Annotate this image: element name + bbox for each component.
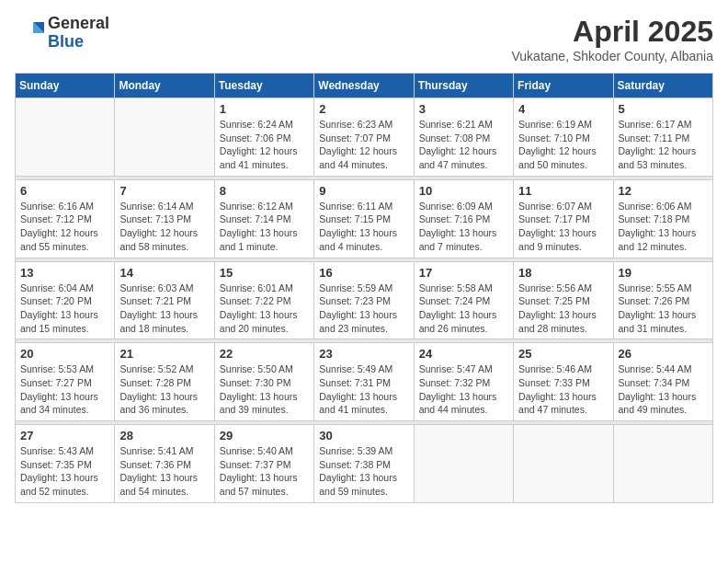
table-row: 15Sunrise: 6:01 AMSunset: 7:22 PMDayligh… <box>214 261 313 339</box>
day-number: 17 <box>419 266 508 280</box>
day-number: 7 <box>119 184 209 198</box>
table-row: 13Sunrise: 6:04 AMSunset: 7:20 PMDayligh… <box>16 261 115 339</box>
sunrise-text: Sunrise: 5:39 AM <box>319 445 392 456</box>
sunrise-text: Sunrise: 5:53 AM <box>20 363 94 374</box>
sunrise-text: Sunrise: 6:16 AM <box>20 201 94 212</box>
day-info: Sunrise: 5:55 AMSunset: 7:26 PMDaylight:… <box>619 282 708 336</box>
daylight-text: Daylight: 13 hours and 1 minute. <box>220 227 298 252</box>
day-number: 22 <box>220 347 309 361</box>
table-row: 19Sunrise: 5:55 AMSunset: 7:26 PMDayligh… <box>613 261 712 339</box>
day-info: Sunrise: 5:43 AMSunset: 7:35 PMDaylight:… <box>20 444 109 499</box>
day-info: Sunrise: 5:52 AMSunset: 7:28 PMDaylight:… <box>119 362 209 417</box>
header-monday: Monday <box>115 74 214 98</box>
sunrise-text: Sunrise: 6:01 AM <box>220 282 293 293</box>
page-header: General Blue April 2025 Vukatane, Shkode… <box>15 15 713 63</box>
table-row: 25Sunrise: 5:46 AMSunset: 7:33 PMDayligh… <box>514 343 613 421</box>
daylight-text: Daylight: 13 hours and 26 minutes. <box>419 309 497 334</box>
day-info: Sunrise: 5:41 AMSunset: 7:36 PMDaylight:… <box>119 444 209 499</box>
day-number: 2 <box>319 102 408 116</box>
sunrise-text: Sunrise: 6:19 AM <box>518 119 592 130</box>
day-info: Sunrise: 6:11 AMSunset: 7:15 PMDaylight:… <box>319 200 408 254</box>
table-row: 30Sunrise: 5:39 AMSunset: 7:38 PMDayligh… <box>314 425 414 503</box>
sunset-text: Sunset: 7:38 PM <box>319 459 391 470</box>
daylight-text: Daylight: 12 hours and 58 minutes. <box>119 227 198 252</box>
table-row: 21Sunrise: 5:52 AMSunset: 7:28 PMDayligh… <box>115 343 214 421</box>
sunset-text: Sunset: 7:23 PM <box>319 295 391 306</box>
sunset-text: Sunset: 7:15 PM <box>319 213 391 224</box>
sunset-text: Sunset: 7:32 PM <box>419 377 491 388</box>
sunrise-text: Sunrise: 5:43 AM <box>20 445 94 456</box>
header-saturday: Saturday <box>613 74 712 98</box>
header-tuesday: Tuesday <box>214 74 313 98</box>
table-row: 11Sunrise: 6:07 AMSunset: 7:17 PMDayligh… <box>514 179 613 258</box>
day-info: Sunrise: 6:19 AMSunset: 7:10 PMDaylight:… <box>518 118 608 172</box>
table-row: 12Sunrise: 6:06 AMSunset: 7:18 PMDayligh… <box>613 179 712 258</box>
sunrise-text: Sunrise: 5:56 AM <box>518 282 592 293</box>
day-number: 27 <box>20 429 109 442</box>
sunset-text: Sunset: 7:10 PM <box>518 132 590 144</box>
logo: General Blue <box>15 15 109 52</box>
calendar-week-5: 27Sunrise: 5:43 AMSunset: 7:35 PMDayligh… <box>16 425 713 503</box>
sunset-text: Sunset: 7:35 PM <box>20 459 92 470</box>
logo-text: General Blue <box>48 15 109 52</box>
sunset-text: Sunset: 7:37 PM <box>220 459 291 470</box>
table-row: 20Sunrise: 5:53 AMSunset: 7:27 PMDayligh… <box>16 343 115 421</box>
day-number: 18 <box>518 266 608 280</box>
day-info: Sunrise: 6:06 AMSunset: 7:18 PMDaylight:… <box>619 200 708 254</box>
header-sunday: Sunday <box>16 74 115 98</box>
sunrise-text: Sunrise: 6:21 AM <box>419 119 493 130</box>
sunset-text: Sunset: 7:17 PM <box>518 213 590 224</box>
sunset-text: Sunset: 7:34 PM <box>619 377 690 388</box>
sunset-text: Sunset: 7:22 PM <box>220 295 291 306</box>
day-info: Sunrise: 5:47 AMSunset: 7:32 PMDaylight:… <box>419 362 508 417</box>
day-info: Sunrise: 6:12 AMSunset: 7:14 PMDaylight:… <box>220 200 309 254</box>
table-row: 8Sunrise: 6:12 AMSunset: 7:14 PMDaylight… <box>214 179 313 258</box>
table-row: 17Sunrise: 5:58 AMSunset: 7:24 PMDayligh… <box>414 261 513 339</box>
sunrise-text: Sunrise: 5:50 AM <box>220 363 293 374</box>
day-info: Sunrise: 5:44 AMSunset: 7:34 PMDaylight:… <box>619 362 708 417</box>
table-row: 23Sunrise: 5:49 AMSunset: 7:31 PMDayligh… <box>314 343 414 421</box>
day-number: 16 <box>319 266 408 280</box>
daylight-text: Daylight: 12 hours and 53 minutes. <box>619 145 697 170</box>
sunset-text: Sunset: 7:08 PM <box>419 132 491 144</box>
table-row: 28Sunrise: 5:41 AMSunset: 7:36 PMDayligh… <box>115 425 214 503</box>
daylight-text: Daylight: 12 hours and 55 minutes. <box>20 227 98 252</box>
day-info: Sunrise: 5:46 AMSunset: 7:33 PMDaylight:… <box>518 362 608 417</box>
sunrise-text: Sunrise: 5:58 AM <box>419 282 493 293</box>
daylight-text: Daylight: 13 hours and 4 minutes. <box>319 227 397 252</box>
sunrise-text: Sunrise: 6:23 AM <box>319 119 392 130</box>
daylight-text: Daylight: 13 hours and 44 minutes. <box>419 391 497 416</box>
day-info: Sunrise: 6:03 AMSunset: 7:21 PMDaylight:… <box>119 282 209 336</box>
sunrise-text: Sunrise: 5:55 AM <box>619 282 692 293</box>
sunset-text: Sunset: 7:18 PM <box>619 213 690 224</box>
sunset-text: Sunset: 7:14 PM <box>220 213 291 224</box>
table-row: 6Sunrise: 6:16 AMSunset: 7:12 PMDaylight… <box>16 179 115 258</box>
daylight-text: Daylight: 13 hours and 47 minutes. <box>518 391 597 416</box>
day-info: Sunrise: 5:56 AMSunset: 7:25 PMDaylight:… <box>518 282 608 336</box>
day-number: 20 <box>20 347 109 361</box>
sunrise-text: Sunrise: 5:59 AM <box>319 282 392 293</box>
daylight-text: Daylight: 13 hours and 34 minutes. <box>20 391 98 416</box>
day-number: 26 <box>619 347 708 361</box>
daylight-text: Daylight: 13 hours and 18 minutes. <box>119 309 198 334</box>
sunrise-text: Sunrise: 5:52 AM <box>119 363 193 374</box>
table-row: 27Sunrise: 5:43 AMSunset: 7:35 PMDayligh… <box>16 425 115 503</box>
table-row: 26Sunrise: 5:44 AMSunset: 7:34 PMDayligh… <box>613 343 712 421</box>
table-row <box>16 98 115 177</box>
daylight-text: Daylight: 13 hours and 15 minutes. <box>20 309 98 334</box>
day-number: 29 <box>220 429 309 442</box>
day-info: Sunrise: 6:09 AMSunset: 7:16 PMDaylight:… <box>419 200 508 254</box>
calendar-header-row: Sunday Monday Tuesday Wednesday Thursday… <box>16 74 713 98</box>
day-number: 25 <box>518 347 608 361</box>
day-number: 24 <box>419 347 508 361</box>
day-info: Sunrise: 6:01 AMSunset: 7:22 PMDaylight:… <box>220 282 309 336</box>
table-row <box>514 425 613 503</box>
header-friday: Friday <box>514 74 613 98</box>
day-number: 21 <box>119 347 209 361</box>
sunset-text: Sunset: 7:24 PM <box>419 295 491 306</box>
sunset-text: Sunset: 7:07 PM <box>319 132 391 144</box>
daylight-text: Daylight: 13 hours and 12 minutes. <box>619 227 697 252</box>
day-number: 4 <box>518 102 608 116</box>
day-number: 12 <box>619 184 708 198</box>
daylight-text: Daylight: 13 hours and 20 minutes. <box>220 309 298 334</box>
